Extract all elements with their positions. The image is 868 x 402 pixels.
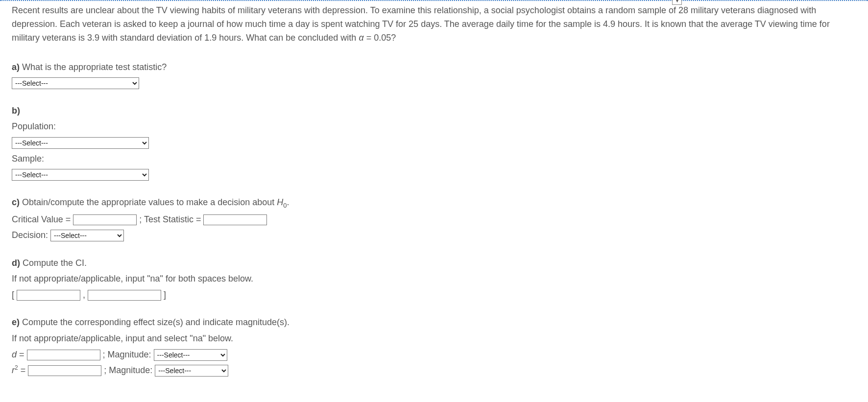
a-test-statistic-select[interactable]: ---Select--- xyxy=(12,77,139,89)
c-critical-label: Critical Value = xyxy=(12,214,73,224)
c-test-statistic-input[interactable] xyxy=(203,214,267,225)
e-r2-magnitude-select[interactable]: ---Select--- xyxy=(155,365,228,377)
e-d-letter: d xyxy=(12,350,17,359)
c-label: c) xyxy=(12,197,20,207)
c-sep1: ; Test Statistic = xyxy=(139,214,203,224)
d-note: If not appropriate/applicable, input "na… xyxy=(12,271,856,286)
b-sample-label: Sample: xyxy=(12,151,856,166)
problem-statement: Recent results are unclear about the TV … xyxy=(12,4,856,45)
d-comma: , xyxy=(83,290,88,300)
b-population-label: Population: xyxy=(12,119,856,134)
c-decision-label: Decision: xyxy=(12,230,50,240)
c-h0-h: H xyxy=(277,197,283,207)
problem-text-prefix: Recent results are unclear about the TV … xyxy=(12,5,830,43)
d-label: d) xyxy=(12,258,20,268)
e-r2-sup: 2 xyxy=(15,364,18,371)
problem-text-suffix: = 0.05? xyxy=(364,33,396,43)
e-question: Compute the corresponding effect size(s)… xyxy=(20,317,289,327)
e-r2-eq: = xyxy=(18,365,28,375)
a-label: a) xyxy=(12,62,20,72)
e-note: If not appropriate/applicable, input and… xyxy=(12,331,856,346)
d-bracket-close: ] xyxy=(164,290,166,300)
d-question: Compute the CI. xyxy=(20,258,87,268)
e-d-input[interactable] xyxy=(27,350,100,360)
b-population-select[interactable]: ---Select--- xyxy=(12,137,149,149)
c-decision-select[interactable]: ---Select--- xyxy=(50,230,124,241)
c-h0-sub: 0 xyxy=(283,201,287,209)
e-d-eq: = xyxy=(17,350,27,359)
c-h0-period: . xyxy=(287,197,289,207)
d-ci-upper-input[interactable] xyxy=(88,290,161,301)
e-r2-input[interactable] xyxy=(28,365,101,376)
section-c: c) Obtain/compute the appropriate values… xyxy=(12,195,856,243)
a-question: What is the appropriate test statistic? xyxy=(20,62,167,72)
section-a: a) What is the appropriate test statisti… xyxy=(12,60,856,91)
e-r2-mag-label: ; Magnitude: xyxy=(104,365,155,375)
c-critical-value-input[interactable] xyxy=(73,214,137,225)
b-label: b) xyxy=(12,106,20,116)
e-label: e) xyxy=(12,317,20,327)
e-d-magnitude-select[interactable]: ---Select--- xyxy=(154,349,227,361)
section-d: d) Compute the CI. If not appropriate/ap… xyxy=(12,256,856,303)
b-sample-select[interactable]: ---Select--- xyxy=(12,169,149,181)
top-dropdown-icon[interactable]: ▾ xyxy=(672,0,682,5)
section-e: e) Compute the corresponding effect size… xyxy=(12,315,856,378)
e-d-mag-label: ; Magnitude: xyxy=(103,350,154,359)
c-question: Obtain/compute the appropriate values to… xyxy=(20,197,277,207)
question-container: ▾ Recent results are unclear about the T… xyxy=(0,0,868,388)
alpha-symbol: α xyxy=(359,33,363,43)
section-b: b) Population: ---Select--- Sample: ---S… xyxy=(12,103,856,182)
d-ci-lower-input[interactable] xyxy=(17,290,80,301)
d-bracket-open: [ xyxy=(12,290,17,300)
